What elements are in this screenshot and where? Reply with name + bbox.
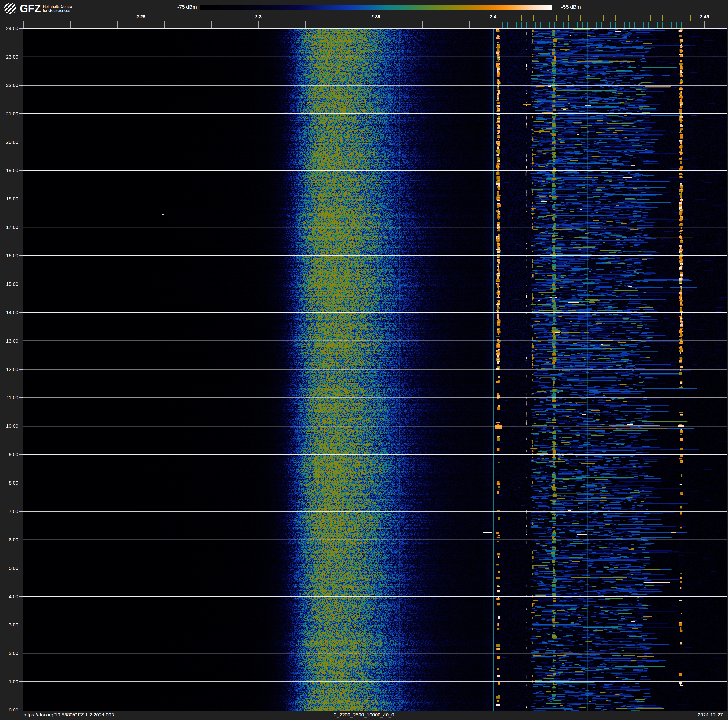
ble-channel-tick: [526, 21, 526, 28]
x-axis-label: 2.35: [362, 14, 390, 20]
y-axis-tick: [19, 397, 23, 398]
x-minor-tick: [305, 21, 306, 28]
gfz-logo-icon: [4, 3, 17, 14]
y-axis-label: 23:00: [0, 54, 18, 60]
y-axis-tick: [19, 511, 23, 512]
ble-channel-tick: [596, 21, 597, 28]
x-minor-tick: [493, 21, 493, 28]
x-minor-tick: [399, 21, 399, 28]
x-axis-label: 2.3: [244, 14, 272, 20]
ble-channel-tick: [629, 21, 630, 28]
wifi-channel-tick: [580, 15, 581, 21]
ble-channel-tick: [563, 21, 564, 28]
y-axis-tick: [19, 426, 23, 426]
y-axis-tick: [19, 199, 23, 199]
y-axis-label: 18:00: [0, 196, 18, 202]
y-axis-label: 6:00: [0, 537, 18, 543]
ble-channel-tick: [507, 21, 508, 28]
y-axis-tick: [19, 568, 23, 568]
logo-org-text: GFZ: [20, 3, 41, 14]
y-axis-tick: [19, 284, 23, 284]
x-minor-tick: [352, 21, 352, 28]
y-axis-label: 19:00: [0, 167, 18, 173]
x-axis-label: 2.4: [479, 14, 507, 20]
wifi-channel-tick: [650, 15, 651, 21]
ble-channel-tick: [559, 21, 560, 28]
y-axis-tick: [19, 142, 23, 142]
ble-channel-tick: [671, 21, 672, 28]
x-minor-tick: [376, 21, 376, 28]
x-minor-tick: [422, 21, 423, 28]
y-axis-tick: [19, 57, 23, 57]
y-axis-label: 7:00: [0, 508, 18, 515]
footer-doi-link[interactable]: https://doi.org/10.5880/GFZ.1.2.2024.003: [23, 712, 114, 718]
ble-channel-tick: [643, 21, 644, 28]
x-minor-tick: [726, 21, 727, 28]
x-minor-tick: [329, 21, 329, 28]
y-axis-tick: [19, 227, 23, 227]
ble-channel-tick: [535, 21, 536, 28]
ble-channel-tick: [657, 21, 658, 28]
x-minor-tick: [117, 21, 118, 28]
y-axis-tick: [19, 113, 23, 114]
ble-channel-tick: [549, 21, 550, 28]
x-minor-tick: [281, 21, 282, 28]
wifi-channel-tick: [556, 15, 557, 21]
ble-channel-tick: [502, 21, 503, 28]
x-minor-tick: [94, 21, 94, 28]
ble-channel-tick: [662, 21, 663, 28]
ble-channel-tick: [521, 21, 522, 28]
y-axis-label: 5:00: [0, 565, 18, 571]
y-axis-tick: [19, 653, 23, 654]
y-axis-tick: [19, 170, 23, 171]
y-axis-label: 3:00: [0, 622, 18, 628]
footer-date: 2024-12-27: [698, 712, 723, 718]
ble-channel-tick: [498, 21, 498, 28]
wifi-channel-tick: [615, 15, 616, 21]
ble-channel-tick: [681, 21, 682, 28]
y-axis-label: 24:00: [0, 25, 18, 32]
x-minor-tick: [141, 21, 141, 28]
colorbar-max-label: -55 dBm: [561, 4, 581, 10]
ble-channel-tick: [610, 21, 611, 28]
ble-channel-tick: [615, 21, 616, 28]
y-axis-label: 21:00: [0, 111, 18, 117]
x-minor-tick: [164, 21, 165, 28]
ble-channel-tick: [639, 21, 639, 28]
y-axis-label: 22:00: [0, 82, 18, 88]
ble-channel-tick: [676, 21, 677, 28]
y-axis-label: 12:00: [0, 366, 18, 372]
y-axis-label: 20:00: [0, 139, 18, 145]
ble-channel-tick: [540, 21, 541, 28]
y-axis-label: 1:00: [0, 679, 18, 685]
ble-channel-tick: [578, 21, 578, 28]
x-minor-tick: [258, 21, 258, 28]
y-axis-tick: [19, 341, 23, 341]
wifi-channel-tick: [544, 15, 545, 21]
x-minor-tick: [235, 21, 235, 28]
ble-channel-tick: [620, 21, 621, 28]
gfz-logo: GFZ Helmholtz Centre for Geosciences: [4, 3, 72, 14]
colorbar-min-label: -75 dBm: [164, 4, 197, 10]
ble-channel-tick: [624, 21, 625, 28]
ble-channel-tick: [634, 21, 635, 28]
ble-channel-tick: [568, 21, 569, 28]
wifi-channel-tick: [627, 15, 627, 21]
y-axis-tick: [19, 596, 23, 597]
wifi-channel-tick: [603, 15, 604, 21]
x-minor-tick: [188, 21, 188, 28]
wifi-channel-tick: [662, 15, 663, 21]
ble-channel-tick: [587, 21, 587, 28]
y-axis-tick: [19, 625, 23, 625]
footer-dataset-id: 2_2200_2500_10000_40_0: [334, 712, 394, 718]
x-minor-tick: [470, 21, 470, 28]
y-axis-tick: [19, 312, 23, 313]
colorbar: [200, 5, 552, 10]
y-axis-tick: [19, 28, 23, 29]
y-axis-tick: [19, 454, 23, 455]
y-axis-tick: [19, 85, 23, 86]
y-axis-label: 4:00: [0, 594, 18, 600]
ble-channel-tick: [667, 21, 667, 28]
ble-channel-tick: [516, 21, 517, 28]
logo-subtitle-line2: for Geosciences: [43, 8, 72, 12]
